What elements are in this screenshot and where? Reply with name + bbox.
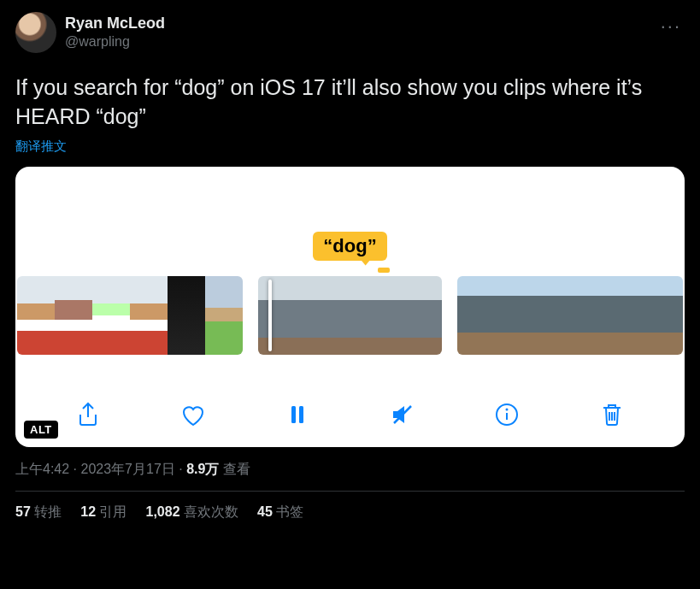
frame bbox=[532, 276, 570, 355]
tooltip-zone: “dog” bbox=[15, 232, 685, 261]
translate-link[interactable]: 翻译推文 bbox=[15, 138, 685, 155]
clip-group[interactable] bbox=[258, 276, 443, 355]
heart-icon[interactable] bbox=[176, 398, 210, 432]
frame bbox=[457, 276, 495, 355]
frame bbox=[205, 276, 243, 355]
views-label: 查看 bbox=[219, 462, 250, 476]
tweet-meta: 上午4:42 · 2023年7月17日 · 8.9万 查看 bbox=[15, 461, 685, 479]
svg-rect-0 bbox=[291, 406, 296, 423]
frame bbox=[381, 276, 443, 355]
clip-group[interactable] bbox=[17, 276, 243, 355]
retweets-stat[interactable]: 57 转推 bbox=[15, 504, 62, 521]
media-card[interactable]: “dog” bbox=[15, 167, 685, 447]
timeline-marker bbox=[378, 268, 390, 273]
frame bbox=[495, 276, 532, 355]
frame bbox=[92, 276, 130, 355]
meta-date[interactable]: 2023年7月17日 bbox=[80, 462, 174, 476]
stats-bar: 57 转推 12 引用 1,082 喜欢次数 45 书签 bbox=[15, 492, 685, 521]
info-icon[interactable] bbox=[490, 398, 524, 432]
media-toolbar bbox=[15, 398, 685, 432]
author-block: Ryan McLeod @warpling bbox=[65, 12, 165, 51]
frame bbox=[258, 276, 320, 355]
svg-rect-1 bbox=[299, 406, 303, 423]
tweet-header: Ryan McLeod @warpling ··· bbox=[15, 12, 685, 53]
search-tooltip: “dog” bbox=[313, 232, 386, 261]
mute-icon[interactable] bbox=[385, 398, 420, 432]
author-handle[interactable]: @warpling bbox=[65, 33, 165, 51]
avatar[interactable] bbox=[15, 12, 56, 53]
meta-time[interactable]: 上午4:42 bbox=[15, 462, 69, 476]
frame bbox=[130, 276, 168, 355]
frame bbox=[17, 276, 55, 355]
quotes-stat[interactable]: 12 引用 bbox=[80, 504, 126, 521]
frame bbox=[55, 276, 92, 355]
pause-icon[interactable] bbox=[280, 398, 315, 432]
tweet: Ryan McLeod @warpling ··· If you search … bbox=[0, 0, 700, 533]
svg-point-4 bbox=[506, 408, 509, 410]
frame bbox=[168, 276, 205, 355]
share-icon[interactable] bbox=[71, 398, 105, 432]
frame bbox=[320, 276, 381, 355]
bookmarks-stat[interactable]: 45 书签 bbox=[257, 504, 303, 521]
likes-stat[interactable]: 1,082 喜欢次数 bbox=[146, 504, 239, 521]
tweet-text: If you search for “dog” on iOS 17 it’ll … bbox=[15, 74, 685, 132]
video-scrubber[interactable] bbox=[15, 276, 685, 355]
clip-group[interactable] bbox=[457, 276, 683, 355]
frame bbox=[608, 276, 645, 355]
alt-badge[interactable]: ALT bbox=[24, 421, 58, 439]
frame bbox=[645, 276, 683, 355]
frame bbox=[570, 276, 608, 355]
trash-icon[interactable] bbox=[595, 398, 629, 432]
author-name[interactable]: Ryan McLeod bbox=[65, 14, 165, 33]
views-count: 8.9万 bbox=[186, 462, 219, 476]
playhead[interactable] bbox=[268, 280, 272, 351]
more-icon[interactable]: ··· bbox=[657, 12, 685, 41]
